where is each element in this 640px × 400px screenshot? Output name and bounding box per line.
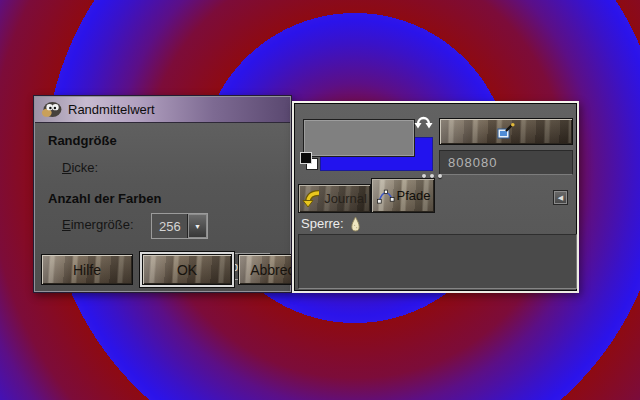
tab-menu-arrow-icon: ◀ [558,194,563,202]
border-average-dialog: Randmittelwert Randgröße Dicke: 29 ▲ ▼ p… [33,95,292,293]
hex-color-input[interactable] [439,150,573,175]
paths-list-area [298,234,577,289]
tab-journal-label: Journal [324,191,367,206]
swap-colors-icon[interactable] [414,112,433,131]
tab-journal[interactable]: Journal [298,184,371,213]
lock-label: Sperre: [301,216,344,231]
dialog-title: Randmittelwert [68,102,155,117]
number-of-colors-heading: Anzahl der Farben [48,191,161,206]
foreground-color-swatch[interactable] [303,119,415,157]
dropdown-arrow-icon[interactable]: ▼ [187,214,207,238]
default-colors-icon[interactable] [299,151,319,171]
tab-paths[interactable]: Pfade [371,178,435,213]
dialog-titlebar[interactable]: Randmittelwert [35,97,290,123]
thickness-label: Dicke: [62,160,98,175]
help-button[interactable]: Hilfe [41,254,133,285]
undo-history-icon [302,189,322,208]
color-picker-button[interactable] [439,118,573,145]
tab-menu-button[interactable]: ◀ [553,190,568,205]
desktop: { "wallpaper": { "description": "concent… [0,0,640,400]
border-size-heading: Randgröße [48,133,117,148]
cancel-button[interactable]: Abbrechen [238,254,292,285]
bucket-size-label: Eimergröße: [62,217,134,232]
ok-button[interactable]: OK [142,254,232,285]
dock-panel: Journal Pfade ◀ Sperre: [292,101,579,293]
bucket-size-select[interactable]: 256 ▼ [151,213,208,239]
lock-row: Sperre: [301,214,362,233]
bucket-size-value: 256 [152,214,187,238]
brush-lock-icon[interactable] [349,216,362,232]
color-picker-icon [497,123,516,140]
dock-panel-body: Journal Pfade ◀ Sperre: [295,104,576,290]
paths-icon [376,187,395,205]
gimp-wilber-icon [41,101,62,118]
tab-paths-label: Pfade [397,188,431,203]
